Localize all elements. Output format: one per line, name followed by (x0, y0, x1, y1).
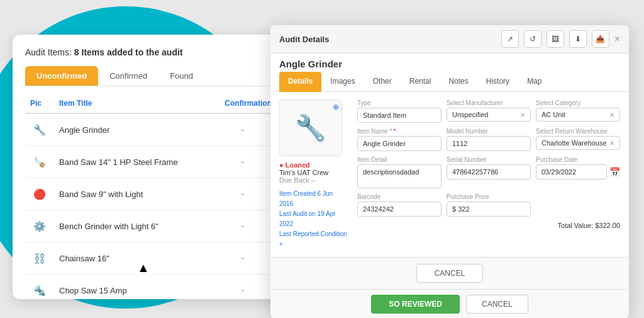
detail-status: ● Loaned Tim's UAT Crew Due Back – (279, 161, 348, 184)
field-warehouse: Select Return Warehouse Charlotte Wareho… (536, 128, 620, 151)
model-label: Model Number (447, 128, 531, 135)
clear-icon[interactable]: ✕ (609, 111, 614, 118)
item-confirmation: - (208, 146, 277, 178)
item-name-label: Item Name * (357, 128, 441, 135)
dialog-title: Audit Details (279, 35, 329, 44)
item-confirmation: - (208, 210, 277, 242)
audit-panel: Audit Items: 8 Items added to the audit … (13, 35, 289, 299)
purchase-date-input[interactable] (536, 164, 607, 179)
export-icon[interactable]: 📤 (592, 30, 609, 48)
purchase-price-input[interactable] (447, 202, 531, 217)
fields-grid: Type Select Manufacturer Unspecified ✕ S… (357, 99, 620, 217)
download-icon[interactable]: ⬇ (569, 30, 587, 48)
item-title: Bench Grinder with Light 6" (54, 210, 208, 242)
detail-image-col: ⊕ 🔧 ● Loaned Tim's UAT Crew Due Back – I… (279, 99, 348, 249)
detail-body: ⊕ 🔧 ● Loaned Tim's UAT Crew Due Back – I… (270, 92, 629, 257)
tab-confirmed[interactable]: Confirmed (98, 66, 158, 86)
manufacturer-label: Select Manufacturer (447, 99, 531, 106)
category-select[interactable]: AC Unit ✕ (536, 108, 620, 122)
item-title: Chop Saw 15 Amp (54, 275, 208, 300)
category-label: Select Category (536, 99, 620, 106)
manufacturer-select[interactable]: Unspecified ✕ (447, 108, 531, 122)
clear-icon[interactable]: ✕ (520, 111, 525, 118)
zoom-icon[interactable]: ⊕ (333, 103, 339, 111)
field-empty (536, 193, 620, 217)
item-pic: ⚙️ (25, 210, 54, 242)
model-input[interactable] (447, 136, 531, 151)
items-table: Pic Item Title Confirmation 🔧 Angle Grin… (25, 96, 277, 299)
item-confirmation: - (208, 275, 277, 300)
warehouse-select[interactable]: Charlotte Warehouse ✕ (536, 136, 620, 150)
field-purchase-date: Purchase Date 📅 (536, 156, 620, 188)
image-icon[interactable]: 🖼 (547, 30, 564, 48)
barcode-input[interactable] (357, 202, 441, 217)
field-model: Model Number (447, 128, 531, 151)
warehouse-label: Select Return Warehouse (536, 128, 620, 135)
table-row[interactable]: ⚙️ Bench Grinder with Light 6" - (25, 210, 277, 242)
type-input[interactable] (357, 108, 441, 123)
tab-unconfirmed[interactable]: Unconfirmed (25, 66, 98, 86)
field-type: Type (357, 99, 441, 123)
description-label: Item Detail (357, 156, 441, 163)
clear-icon[interactable]: ✕ (609, 140, 614, 147)
item-confirmation: - (208, 113, 277, 146)
field-purchase-price: Purchase Price (447, 193, 531, 217)
condition-link[interactable]: Last Reported Condition + (279, 230, 347, 247)
total-value: Total Value: $322.00 (357, 222, 620, 229)
created-label: Item Created (279, 190, 316, 197)
last-audit-label: Last Audit on (279, 210, 316, 217)
description-input[interactable]: descriptionsdadad (357, 164, 441, 188)
item-name-header: Angle Grinder (270, 54, 629, 69)
close-button[interactable]: × (614, 34, 620, 44)
purchase-price-label: Purchase Price (447, 193, 531, 200)
crew-name: Tim's UAT Crew (279, 169, 348, 176)
table-row[interactable]: 🔩 Chop Saw 15 Amp - (25, 275, 277, 300)
tool-image: 🔧 (295, 113, 326, 143)
toolbar-icons: ↗ ↺ 🖼 ⬇ 📤 (501, 30, 609, 48)
tab-history[interactable]: History (477, 72, 518, 92)
tab-other[interactable]: Other (364, 72, 401, 92)
col-pic: Pic (25, 96, 54, 113)
cancel-lower-button[interactable]: CANCEL (466, 295, 528, 314)
share-icon[interactable]: ↗ (501, 30, 519, 48)
dialog-footer: CANCEL (270, 257, 629, 289)
col-confirmation: Confirmation (208, 96, 277, 113)
audit-header-text: Audit Items: (25, 47, 72, 57)
field-description: Item Detail descriptionsdadad (357, 156, 441, 188)
tab-found[interactable]: Found (158, 66, 204, 86)
manufacturer-value: Unspecified (452, 111, 488, 118)
tab-notes[interactable]: Notes (440, 72, 477, 92)
refresh-icon[interactable]: ↺ (524, 30, 541, 48)
field-category: Select Category AC Unit ✕ (536, 99, 620, 123)
serial-input[interactable] (447, 164, 531, 179)
table-row[interactable]: 🪚 Band Saw 14" 1 HP Steel Frame - (25, 146, 277, 178)
due-back: Due Back – (279, 176, 348, 184)
field-manufacturer: Select Manufacturer Unspecified ✕ (447, 99, 531, 123)
item-image-box: ⊕ 🔧 (279, 99, 342, 156)
table-row[interactable]: 🔧 Angle Grinder - (25, 113, 277, 146)
item-title: Band Saw 9" with Light (54, 178, 208, 210)
table-row[interactable]: 🔴 Band Saw 9" with Light - (25, 178, 277, 210)
table-row[interactable]: ⛓️ Chainsaw 16" - (25, 242, 277, 275)
item-pic: 🔧 (25, 113, 54, 146)
barcode-label: Barcode (357, 193, 441, 200)
reviewed-button[interactable]: SO REVIEWED (371, 295, 460, 314)
calendar-icon[interactable]: 📅 (609, 167, 620, 177)
item-title: Band Saw 14" 1 HP Steel Frame (54, 146, 208, 178)
tab-rental[interactable]: Rental (401, 72, 440, 92)
item-name-input[interactable] (357, 136, 441, 151)
tab-images[interactable]: Images (321, 72, 364, 92)
purchase-date-label: Purchase Date (536, 156, 620, 163)
audit-header: Audit Items: 8 Items added to the audit (25, 47, 277, 57)
cancel-button[interactable]: CANCEL (416, 264, 484, 283)
field-item-name: Item Name * (357, 128, 441, 151)
detail-meta: Item Created 6 Jun 2016 Last Audit on 19… (279, 189, 348, 249)
tab-details[interactable]: Details (279, 72, 321, 92)
tab-map[interactable]: Map (518, 72, 550, 92)
field-serial: Serial Number (447, 156, 531, 188)
serial-label: Serial Number (447, 156, 531, 163)
loaned-status: ● Loaned (279, 161, 348, 169)
field-barcode: Barcode (357, 193, 441, 217)
item-pic: 🔴 (25, 178, 54, 210)
type-label: Type (357, 99, 441, 106)
